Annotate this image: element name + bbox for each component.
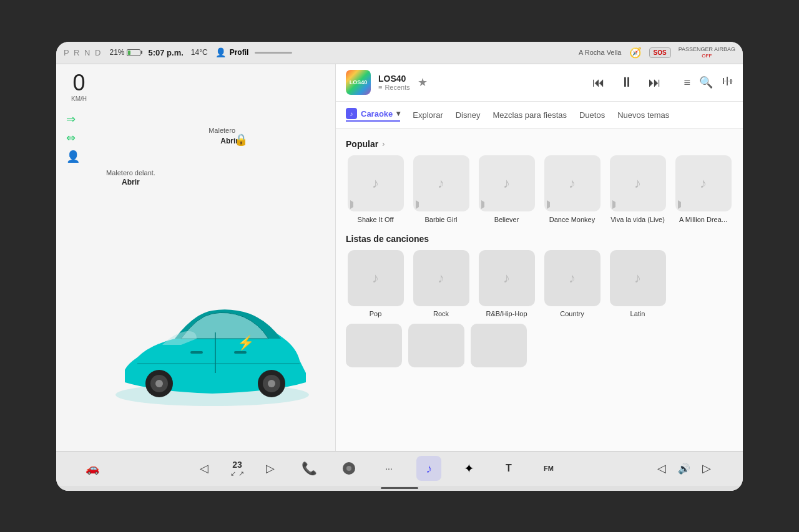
- profile-name: Profil: [230, 48, 249, 57]
- airbag-label: PASSENGER AIRBAG: [679, 46, 735, 53]
- battery-section: 21%: [109, 48, 140, 57]
- autopilot-icon: ⇔: [66, 131, 80, 145]
- speed-prev-button[interactable]: ◁: [193, 457, 215, 480]
- popular-section-header: Popular ›: [346, 139, 733, 149]
- song-name-2: Barbie Girl: [425, 215, 458, 224]
- taskbar: 🚗 ◁ 23 ↙ ↗ ▷ 📞: [56, 451, 743, 486]
- song-name-6: A Million Drea...: [679, 215, 727, 224]
- gear-selector: P R N D: [64, 48, 102, 57]
- sos-button[interactable]: SOS: [649, 47, 671, 58]
- speed-next-button[interactable]: ▷: [259, 457, 282, 480]
- seatbelt-icon: 👤: [66, 150, 80, 163]
- song-card-1[interactable]: ♪ Shake It Off: [346, 155, 405, 224]
- search-button[interactable]: 🔍: [699, 75, 713, 89]
- playlist-note-pop: ♪: [372, 270, 379, 286]
- playlist-country[interactable]: ♪ Country: [542, 250, 602, 317]
- front-trunk: Maletero delant. Abrir: [106, 169, 155, 186]
- tab-navigation: ♪ Caraoke ▾ Explorar Disney Mezclas para…: [336, 102, 743, 129]
- playlist-thumbnail-rock: ♪: [413, 250, 469, 306]
- eq-icon: [722, 75, 733, 87]
- tab-nuevos[interactable]: Nuevos temas: [617, 109, 669, 121]
- tab-duetos[interactable]: Duetos: [579, 109, 605, 121]
- song-note-icon-3: ♪: [503, 175, 510, 191]
- playlist-latin[interactable]: ♪ Latin: [608, 250, 667, 317]
- playlist-note-rock: ♪: [438, 270, 444, 286]
- player-controls: ⏮ ⏸ ⏭: [590, 72, 664, 93]
- svg-rect-13: [730, 79, 732, 84]
- playlist-name-rock: Rock: [433, 310, 449, 317]
- more-button[interactable]: ···: [376, 456, 401, 481]
- profile-bar: [255, 52, 292, 54]
- song-card-5[interactable]: ♪ Viva la vida (Live): [608, 155, 667, 224]
- eq-button[interactable]: [722, 75, 733, 90]
- caraoke-tab-label: Caraoke: [361, 109, 393, 118]
- playlist-thumbnail-latin: ♪: [610, 250, 666, 306]
- playlist-rock[interactable]: ♪ Rock: [411, 250, 471, 317]
- speed-number: 0: [72, 72, 85, 94]
- caraoke-tab-icon: ♪: [346, 108, 357, 119]
- playlist-section: Listas de canciones ♪ Pop: [346, 234, 733, 317]
- song-card-4[interactable]: ♪ Dance Monkey: [542, 155, 602, 224]
- profile-icon: 👤: [215, 47, 226, 57]
- caraoke-app-button[interactable]: ♪: [416, 456, 441, 481]
- playlist-thumbnail-rnb: ♪: [479, 250, 535, 306]
- tab-mezclas[interactable]: Mezclas para fiestas: [493, 109, 567, 121]
- song-name-3: Believer: [494, 215, 519, 224]
- volume-down-button[interactable]: ◁: [650, 457, 673, 480]
- party-button[interactable]: ✦: [456, 456, 481, 481]
- song-thumbnail-6: ♪: [675, 155, 732, 211]
- battery-icon: [127, 49, 140, 56]
- down-arrow: ↙: [230, 470, 236, 478]
- tab-explorar[interactable]: Explorar: [413, 109, 443, 121]
- playlist-title: Listas de canciones: [346, 234, 429, 244]
- taskbar-left: 🚗: [81, 457, 104, 480]
- front-trunk-title: Maletero delant.: [106, 169, 155, 177]
- time-display: 5:07 p.m.: [148, 48, 183, 57]
- song-card-6[interactable]: ♪ A Million Drea...: [674, 155, 733, 224]
- playlist-pop[interactable]: ♪ Pop: [346, 250, 405, 317]
- svg-point-16: [346, 466, 351, 471]
- prev-button[interactable]: ⏮: [590, 73, 607, 92]
- song-note-icon-4: ♪: [569, 175, 576, 191]
- screen-content: P R N D 21% 5:07 p.m. 14°C 👤 Profil A Ro…: [56, 42, 743, 491]
- bottom-row: [346, 324, 733, 367]
- text-button[interactable]: T: [496, 456, 521, 481]
- song-card-3[interactable]: ♪ Believer: [477, 155, 536, 224]
- playlist-rnb[interactable]: ♪ R&B/Hip-Hop: [477, 250, 536, 317]
- tab-disney[interactable]: Disney: [456, 109, 481, 121]
- front-trunk-action[interactable]: Abrir: [106, 178, 155, 186]
- profile-section[interactable]: 👤 Profil: [215, 47, 293, 57]
- phone-button[interactable]: 📞: [297, 456, 321, 481]
- player-extras: ≡ 🔍: [684, 75, 733, 90]
- favorite-button[interactable]: ★: [418, 75, 428, 89]
- song-name-5: Viva la vida (Live): [610, 215, 665, 224]
- car-button[interactable]: 🚗: [81, 457, 104, 480]
- radio-button[interactable]: FM: [536, 456, 561, 481]
- gear-n: N: [84, 48, 95, 57]
- volume-up-button[interactable]: ▷: [695, 457, 718, 480]
- speed-unit: KM/H: [71, 95, 87, 102]
- svg-rect-9: [190, 351, 203, 354]
- playlist-name-country: Country: [560, 310, 584, 317]
- station-logo: LOS40: [346, 70, 371, 95]
- volume-icon: 🔊: [678, 463, 690, 475]
- queue-button[interactable]: ≡: [684, 76, 690, 89]
- airbag-status: OFF: [679, 53, 735, 59]
- caraoke-dropdown-icon: ▾: [396, 109, 400, 118]
- song-thumbnail-3: ♪: [479, 155, 535, 211]
- station-info: LOS40 ≡ Recents: [378, 74, 410, 91]
- playlist-name-latin: Latin: [630, 310, 645, 317]
- speed-indicator: 23 ↙ ↗: [230, 460, 244, 478]
- map-location: A Rocha Vella: [579, 49, 622, 56]
- song-note-icon-2: ♪: [438, 175, 444, 191]
- tab-caraoke[interactable]: ♪ Caraoke ▾: [346, 108, 400, 122]
- car-panel: 0 KM/H ⇒ ⇔ 👤 Maletero Abrir 🔒: [56, 64, 336, 451]
- screen-bezel: P R N D 21% 5:07 p.m. 14°C 👤 Profil A Ro…: [56, 42, 743, 491]
- song-card-2[interactable]: ♪ Barbie Girl: [411, 155, 471, 224]
- car-svg-container: [100, 276, 325, 420]
- voice-button[interactable]: [336, 456, 361, 481]
- map-icon: 🧭: [629, 47, 642, 59]
- speed-display: 0 KM/H: [71, 72, 87, 102]
- next-button[interactable]: ⏭: [646, 73, 664, 92]
- play-pause-button[interactable]: ⏸: [617, 72, 636, 93]
